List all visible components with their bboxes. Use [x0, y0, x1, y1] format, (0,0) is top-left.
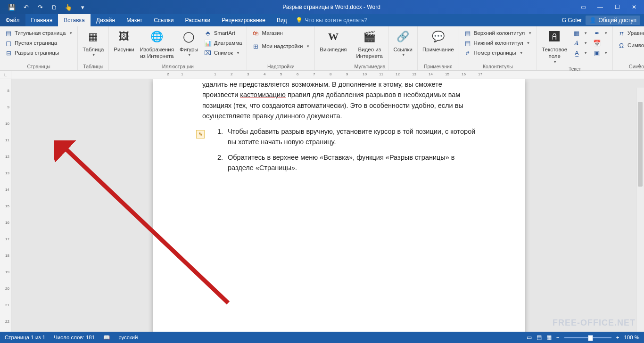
spell-check-icon[interactable]: 📖 — [103, 334, 110, 341]
shapes-button[interactable]: ◯Фигуры▼ — [178, 28, 200, 58]
drop-cap-button[interactable]: A̲▼ — [571, 48, 589, 57]
group-text: 🅰Текстовое поле▼ ▦▼ 𝑨▼ A̲▼ ✒▼ 📅 ▣▼ Текст — [537, 26, 613, 70]
page-indicator[interactable]: Страница 1 из 1 — [5, 335, 45, 340]
online-pictures-button[interactable]: 🌐Изображения из Интернета — [138, 28, 176, 61]
scrollbar-thumb[interactable] — [638, 102, 643, 187]
screenshot-button[interactable]: ⌧Снимок▼ — [202, 48, 244, 57]
wordart-button[interactable]: 𝑨▼ — [571, 38, 589, 48]
undo-icon[interactable]: ↶ — [21, 2, 31, 12]
read-mode-icon[interactable]: ▭ — [527, 334, 532, 341]
chevron-down-icon: ▼ — [306, 44, 310, 49]
store-button[interactable]: 🛍Магазин — [250, 28, 312, 38]
collapse-ribbon-icon[interactable]: ᐱ — [638, 63, 641, 68]
word-count[interactable]: Число слов: 181 — [54, 335, 95, 340]
minimize-icon[interactable]: — — [592, 2, 608, 12]
group-label-tables: Таблицы — [81, 63, 106, 69]
textbox-button[interactable]: 🅰Текстовое поле▼ — [540, 28, 569, 65]
symbol-button[interactable]: ΩСимвол▼ — [616, 41, 644, 50]
table-label: Таблица — [83, 46, 104, 53]
ribbon-options-icon[interactable]: ▭ — [575, 2, 591, 12]
tab-file[interactable]: Файл — [0, 14, 25, 26]
new-doc-icon[interactable]: 🗋 — [49, 2, 59, 12]
ruler-corner: L — [0, 71, 11, 79]
vertical-scrollbar[interactable] — [636, 88, 644, 332]
tab-design[interactable]: Дизайн — [91, 14, 121, 26]
zoom-level[interactable]: 100 % — [624, 335, 639, 340]
online-picture-icon: 🌐 — [149, 29, 165, 44]
page-number-button[interactable]: #Номер страницы▼ — [462, 48, 534, 57]
vertical-ruler[interactable]: 8 9 10 11 12 13 14 15 16 17 18 19 20 21 … — [0, 79, 11, 332]
date-time-button[interactable]: 📅 — [591, 38, 610, 48]
canvas: 2 1 1 2 3 4 5 6 7 8 9 10 11 12 13 14 15 … — [11, 71, 644, 332]
chevron-down-icon: ▼ — [520, 51, 523, 55]
watermark: FREE-OFFICE.NET — [553, 318, 636, 328]
web-layout-icon[interactable]: ▦ — [546, 334, 552, 341]
group-pages: ▤Титульная страница▼ ▢Пустая страница ⊟Р… — [0, 26, 78, 70]
cover-page-button[interactable]: ▤Титульная страница▼ — [3, 28, 74, 38]
pictures-button[interactable]: 🖼Рисунки — [112, 28, 136, 54]
chevron-down-icon: ▼ — [584, 51, 587, 55]
comment-icon: 💬 — [430, 29, 446, 44]
table-button[interactable]: ▦Таблица▼ — [81, 28, 106, 58]
share-button[interactable]: 👤 Общий доступ — [586, 16, 640, 25]
equation-button[interactable]: πУравнение▼ — [616, 28, 644, 38]
chevron-down-icon: ▼ — [92, 53, 96, 57]
comment-marker-icon[interactable]: ✎ — [196, 130, 205, 139]
comment-button[interactable]: 💬Примечание — [421, 28, 456, 54]
horizontal-ruler[interactable]: 2 1 1 2 3 4 5 6 7 8 9 10 11 12 13 14 15 … — [11, 71, 644, 79]
language-indicator[interactable]: русский — [118, 335, 138, 340]
close-icon[interactable]: ✕ — [626, 2, 642, 12]
group-label-addins: Надстройки — [250, 63, 312, 69]
picture-icon: 🖼 — [116, 29, 132, 44]
list-item[interactable]: Чтобы добавить разрыв вручную, установит… — [225, 126, 476, 147]
tab-references[interactable]: Ссылки — [148, 14, 179, 26]
qat-more-icon[interactable]: ▾ — [77, 2, 88, 12]
group-label-pages: Страницы — [3, 63, 74, 69]
page[interactable]: удалить не представляется возможным. В д… — [153, 79, 525, 332]
online-video-button[interactable]: 🎬Видео из Интернета — [355, 28, 385, 61]
group-label-media: Мультимедиа — [355, 63, 386, 69]
object-button[interactable]: ▣▼ — [591, 48, 610, 57]
statusbar: Страница 1 из 1 Число слов: 181 📖 русски… — [0, 332, 644, 343]
tab-insert[interactable]: Вставка — [58, 14, 91, 26]
touch-mode-icon[interactable]: 👆 — [63, 2, 74, 12]
wikipedia-button[interactable]: WВикипедия — [318, 28, 348, 54]
header-button[interactable]: ▤Верхний колонтитул▼ — [462, 28, 534, 38]
document-body[interactable]: удалить не представляется возможным. В д… — [202, 79, 476, 173]
ribbon-tabs: Файл Главная Вставка Дизайн Макет Ссылки… — [0, 14, 644, 26]
header-label: Верхний колонтитул — [474, 30, 525, 36]
group-illustrations: 🖼Рисунки 🌐Изображения из Интернета ◯Фигу… — [109, 26, 247, 70]
tab-layout[interactable]: Макет — [121, 14, 148, 26]
zoom-out-icon[interactable]: − — [556, 335, 560, 340]
group-label-header-footer: Колонтитулы — [462, 63, 534, 69]
quick-parts-button[interactable]: ▦▼ — [571, 28, 589, 38]
tab-mailings[interactable]: Рассылки — [179, 14, 216, 26]
zoom-in-icon[interactable]: + — [616, 335, 619, 340]
footer-button[interactable]: ▤Нижний колонтитул▼ — [462, 38, 534, 48]
screenshot-label: Снимок — [214, 50, 233, 56]
smartart-button[interactable]: ⬘SmartArt — [202, 28, 244, 38]
save-icon[interactable]: 💾 — [7, 2, 17, 12]
page-break-button[interactable]: ⊟Разрыв страницы — [3, 48, 74, 57]
header-icon: ▤ — [464, 29, 471, 37]
signature-button[interactable]: ✒▼ — [591, 28, 610, 38]
tab-review[interactable]: Рецензирование — [216, 14, 271, 26]
maximize-icon[interactable]: ☐ — [609, 2, 625, 12]
group-wiki: WВикипедия — [315, 26, 351, 70]
wordart-icon: 𝑨 — [573, 39, 580, 47]
my-addins-button[interactable]: ⊞Мои надстройки▼ — [250, 41, 312, 51]
print-layout-icon[interactable]: ▤ — [537, 334, 542, 341]
user-area: G Goter 👤 Общий доступ — [562, 14, 644, 26]
tell-me-search[interactable]: 💡 Что вы хотите сделать? — [296, 14, 368, 26]
chevron-down-icon: ▼ — [69, 31, 73, 35]
links-button[interactable]: 🔗Ссылки▼ — [392, 28, 415, 58]
tab-view[interactable]: Вид — [271, 14, 293, 26]
zoom-slider[interactable] — [564, 337, 611, 338]
chart-button[interactable]: 📊Диаграмма — [202, 38, 244, 48]
tab-home[interactable]: Главная — [25, 14, 58, 26]
redo-icon[interactable]: ↷ — [35, 2, 45, 12]
blank-page-button[interactable]: ▢Пустая страница — [3, 38, 74, 48]
user-name[interactable]: G Goter — [562, 17, 582, 24]
share-label: Общий доступ — [598, 17, 636, 24]
list-item[interactable]: Обратитесь в верхнее меню «Вставка», фун… — [225, 152, 476, 173]
